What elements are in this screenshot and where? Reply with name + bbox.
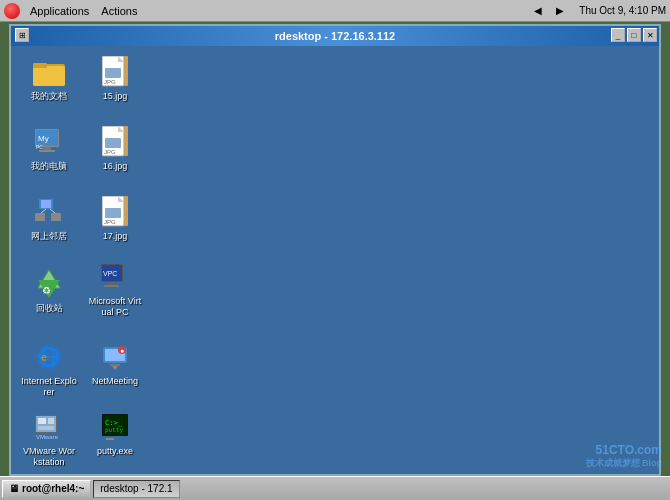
taskbar: 🖥 root@rhel4:~ rdesktop - 172.1 [0,476,670,500]
window-controls: _ □ ✕ [611,28,657,42]
taskbar-rdesktop-item[interactable]: rdesktop - 172.1 [93,480,179,498]
mvpc-label: Microsoft Virtual PC [85,295,145,319]
svg-text:PC: PC [36,144,43,150]
file-16-label: 16.jpg [101,160,130,173]
my-docs-label: 我的文档 [29,90,69,103]
svg-rect-27 [105,208,121,218]
nav-forward-icon[interactable]: ▶ [551,4,569,18]
file-16-icon-image: JPG [99,126,131,158]
my-computer-label: 我的电脑 [29,160,69,173]
svg-rect-10 [43,147,51,150]
desktop-icon-recycle[interactable]: ♻ 回收站 [19,268,79,315]
svg-text:VMware: VMware [36,434,59,440]
desktop-icon-my-docs[interactable]: 我的文档 [19,56,79,103]
desktop-icon-file-17[interactable]: JPG 17.jpg [85,196,145,243]
svg-marker-45 [112,366,118,370]
svg-rect-37 [104,285,119,287]
minimize-button[interactable]: _ [611,28,625,42]
svg-text:My: My [38,134,49,143]
putty-icon-image: C:>_ putty [99,411,131,443]
actions-menu[interactable]: Actions [95,3,143,19]
start-icon: 🖥 [9,483,19,494]
maximize-button[interactable]: □ [627,28,641,42]
file-15-icon-image: JPG [99,56,131,88]
desktop-icon-vmware[interactable]: VMware VMware Workstation [19,411,79,469]
file-17-icon-image: JPG [99,196,131,228]
svg-text:JPG: JPG [104,149,116,155]
start-button[interactable]: 🖥 root@rhel4:~ [2,480,91,498]
ie-label: Internet Explorer [19,375,79,399]
rdesktop-window: ⊞ rdesktop - 172.16.3.112 _ □ ✕ 我的文档 JPG… [9,24,661,476]
svg-text:JPG: JPG [104,79,116,85]
nav-back-icon[interactable]: ◀ [529,4,547,18]
file-17-label: 17.jpg [101,230,130,243]
rdesktop-titlebar: ⊞ rdesktop - 172.16.3.112 _ □ ✕ [11,26,659,46]
svg-text:●: ● [120,347,124,354]
svg-rect-29 [124,196,128,226]
svg-text:JPG: JPG [104,219,116,225]
clock: Thu Oct 9, 4:10 PM [579,5,666,16]
svg-rect-22 [51,213,61,221]
rdesktop-title: rdesktop - 172.16.3.112 [275,30,395,42]
window-expand-btn[interactable]: ⊞ [15,28,29,42]
netmeeting-icon-image: ● [99,341,131,373]
svg-text:VPC: VPC [103,270,117,277]
svg-rect-16 [105,138,121,148]
top-menubar: Applications Actions ◀ ▶ Thu Oct 9, 4:10… [0,0,670,22]
svg-rect-52 [48,418,54,424]
desktop-icon-file-15[interactable]: JPG 15.jpg [85,56,145,103]
desktop-icon-file-16[interactable]: JPG 16.jpg [85,126,145,173]
svg-text:e: e [41,351,47,363]
applications-menu[interactable]: Applications [24,3,95,19]
app-icon [4,3,20,19]
desktop-icon-ie[interactable]: e Internet Explorer [19,341,79,399]
svg-rect-46 [110,364,120,366]
remote-desktop-area: 我的文档 JPG 15.jpg My PC 我的电脑 JPG 16.jpg [11,46,659,474]
svg-rect-2 [33,63,47,68]
svg-rect-21 [35,213,45,221]
vmware-icon-image: VMware [33,411,65,443]
putty-label: putty.exe [95,445,135,458]
svg-rect-5 [105,68,121,78]
ie-icon-image: e [33,341,65,373]
network-icon-image [33,196,65,228]
svg-rect-53 [38,426,54,430]
menu-right-area: ◀ ▶ Thu Oct 9, 4:10 PM [529,4,666,18]
svg-text:♻: ♻ [42,285,51,296]
my-computer-icon-image: My PC [33,126,65,158]
close-button[interactable]: ✕ [643,28,657,42]
netmeeting-label: NetMeeting [90,375,140,388]
svg-rect-36 [108,282,115,285]
mvpc-icon-image: VPC [99,261,131,293]
svg-rect-7 [124,56,128,86]
svg-rect-1 [33,66,65,86]
svg-rect-20 [41,200,51,208]
svg-line-23 [41,209,46,213]
start-label: root@rhel4:~ [22,483,84,494]
svg-rect-59 [106,438,114,440]
svg-text:putty: putty [105,426,123,434]
svg-line-24 [50,209,55,213]
desktop-icon-putty[interactable]: C:>_ putty putty.exe [85,411,145,458]
recycle-icon-image: ♻ [33,268,65,300]
desktop-icon-netmeeting[interactable]: ● NetMeeting [85,341,145,388]
network-label: 网上邻居 [29,230,69,243]
svg-rect-11 [39,150,55,152]
desktop-icon-mvpc[interactable]: VPC Microsoft Virtual PC [85,261,145,319]
desktop-icon-network[interactable]: 网上邻居 [19,196,79,243]
file-15-label: 15.jpg [101,90,130,103]
svg-rect-18 [124,126,128,156]
recycle-label: 回收站 [34,302,65,315]
desktop-icon-my-computer[interactable]: My PC 我的电脑 [19,126,79,173]
svg-rect-51 [38,418,46,424]
vmware-label: VMware Workstation [19,445,79,469]
my-docs-icon-image [33,56,65,88]
